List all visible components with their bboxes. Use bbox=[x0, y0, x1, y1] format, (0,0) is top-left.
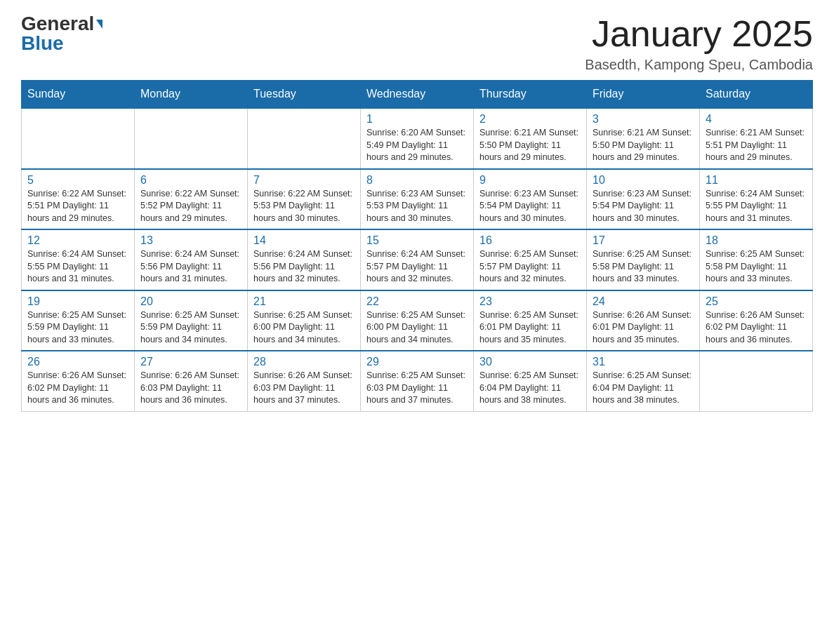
day-number: 23 bbox=[479, 295, 581, 308]
day-info: Sunrise: 6:24 AM Sunset: 5:55 PM Dayligh… bbox=[706, 188, 807, 225]
calendar-cell bbox=[22, 108, 135, 169]
day-info: Sunrise: 6:24 AM Sunset: 5:55 PM Dayligh… bbox=[27, 248, 128, 286]
day-info: Sunrise: 6:26 AM Sunset: 6:02 PM Dayligh… bbox=[706, 309, 807, 347]
calendar-cell: 1Sunrise: 6:20 AM Sunset: 5:49 PM Daylig… bbox=[361, 108, 474, 169]
calendar-cell: 22Sunrise: 6:25 AM Sunset: 6:00 PM Dayli… bbox=[361, 290, 474, 351]
day-info: Sunrise: 6:22 AM Sunset: 5:51 PM Dayligh… bbox=[27, 188, 128, 225]
calendar-cell: 20Sunrise: 6:25 AM Sunset: 5:59 PM Dayli… bbox=[135, 290, 248, 351]
day-info: Sunrise: 6:25 AM Sunset: 5:59 PM Dayligh… bbox=[140, 309, 241, 347]
day-info: Sunrise: 6:24 AM Sunset: 5:57 PM Dayligh… bbox=[366, 248, 468, 286]
day-number: 26 bbox=[27, 356, 128, 368]
day-info: Sunrise: 6:23 AM Sunset: 5:54 PM Dayligh… bbox=[593, 188, 694, 225]
calendar-week-5: 26Sunrise: 6:26 AM Sunset: 6:02 PM Dayli… bbox=[22, 351, 813, 411]
day-info: Sunrise: 6:21 AM Sunset: 5:50 PM Dayligh… bbox=[479, 127, 581, 164]
calendar-cell: 10Sunrise: 6:23 AM Sunset: 5:54 PM Dayli… bbox=[587, 169, 700, 230]
calendar-cell: 6Sunrise: 6:22 AM Sunset: 5:52 PM Daylig… bbox=[135, 169, 248, 230]
day-number: 4 bbox=[706, 113, 807, 126]
day-number: 15 bbox=[366, 234, 468, 247]
calendar-cell: 19Sunrise: 6:25 AM Sunset: 5:59 PM Dayli… bbox=[22, 290, 135, 351]
day-info: Sunrise: 6:23 AM Sunset: 5:53 PM Dayligh… bbox=[366, 188, 468, 225]
day-info: Sunrise: 6:25 AM Sunset: 6:04 PM Dayligh… bbox=[479, 370, 581, 407]
day-number: 11 bbox=[706, 174, 807, 187]
day-number: 24 bbox=[593, 295, 694, 308]
day-number: 3 bbox=[593, 113, 694, 126]
day-info: Sunrise: 6:26 AM Sunset: 6:02 PM Dayligh… bbox=[27, 370, 128, 407]
day-number: 2 bbox=[479, 113, 581, 126]
title-section: January 2025 Basedth, Kampong Speu, Camb… bbox=[585, 14, 813, 73]
day-number: 16 bbox=[479, 234, 581, 247]
calendar-week-1: 1Sunrise: 6:20 AM Sunset: 5:49 PM Daylig… bbox=[22, 108, 813, 169]
day-of-week-tuesday: Tuesday bbox=[248, 81, 361, 109]
day-number: 30 bbox=[479, 356, 581, 368]
day-number: 20 bbox=[140, 295, 241, 308]
day-info: Sunrise: 6:25 AM Sunset: 6:00 PM Dayligh… bbox=[253, 309, 355, 347]
day-info: Sunrise: 6:25 AM Sunset: 5:58 PM Dayligh… bbox=[706, 248, 807, 286]
calendar-cell: 13Sunrise: 6:24 AM Sunset: 5:56 PM Dayli… bbox=[135, 229, 248, 290]
calendar-header-row: SundayMondayTuesdayWednesdayThursdayFrid… bbox=[22, 81, 813, 109]
calendar-cell bbox=[248, 108, 361, 169]
day-number: 10 bbox=[593, 174, 694, 187]
calendar-week-2: 5Sunrise: 6:22 AM Sunset: 5:51 PM Daylig… bbox=[22, 169, 813, 230]
day-info: Sunrise: 6:26 AM Sunset: 6:01 PM Dayligh… bbox=[593, 309, 694, 347]
day-info: Sunrise: 6:24 AM Sunset: 5:56 PM Dayligh… bbox=[253, 248, 355, 286]
calendar-cell: 27Sunrise: 6:26 AM Sunset: 6:03 PM Dayli… bbox=[135, 351, 248, 411]
calendar-cell: 11Sunrise: 6:24 AM Sunset: 5:55 PM Dayli… bbox=[700, 169, 813, 230]
day-of-week-friday: Friday bbox=[587, 81, 700, 109]
calendar-cell: 26Sunrise: 6:26 AM Sunset: 6:02 PM Dayli… bbox=[22, 351, 135, 411]
day-number: 9 bbox=[479, 174, 581, 187]
day-number: 1 bbox=[366, 113, 468, 126]
calendar-cell: 31Sunrise: 6:25 AM Sunset: 6:04 PM Dayli… bbox=[587, 351, 700, 411]
day-of-week-wednesday: Wednesday bbox=[361, 81, 474, 109]
day-info: Sunrise: 6:25 AM Sunset: 5:58 PM Dayligh… bbox=[593, 248, 694, 286]
calendar-table: SundayMondayTuesdayWednesdayThursdayFrid… bbox=[21, 80, 813, 412]
calendar-cell: 16Sunrise: 6:25 AM Sunset: 5:57 PM Dayli… bbox=[474, 229, 587, 290]
day-info: Sunrise: 6:21 AM Sunset: 5:51 PM Dayligh… bbox=[706, 127, 807, 164]
day-info: Sunrise: 6:25 AM Sunset: 6:03 PM Dayligh… bbox=[366, 370, 468, 407]
calendar-cell: 30Sunrise: 6:25 AM Sunset: 6:04 PM Dayli… bbox=[474, 351, 587, 411]
day-number: 29 bbox=[366, 356, 468, 368]
day-number: 18 bbox=[706, 234, 807, 247]
calendar-cell: 3Sunrise: 6:21 AM Sunset: 5:50 PM Daylig… bbox=[587, 108, 700, 169]
logo-triangle-icon bbox=[96, 20, 102, 29]
calendar-cell: 15Sunrise: 6:24 AM Sunset: 5:57 PM Dayli… bbox=[361, 229, 474, 290]
day-info: Sunrise: 6:25 AM Sunset: 5:59 PM Dayligh… bbox=[27, 309, 128, 347]
calendar-cell: 2Sunrise: 6:21 AM Sunset: 5:50 PM Daylig… bbox=[474, 108, 587, 169]
calendar-cell: 8Sunrise: 6:23 AM Sunset: 5:53 PM Daylig… bbox=[361, 169, 474, 230]
calendar-cell bbox=[135, 108, 248, 169]
calendar-cell: 23Sunrise: 6:25 AM Sunset: 6:01 PM Dayli… bbox=[474, 290, 587, 351]
day-number: 6 bbox=[140, 174, 241, 187]
logo-blue-text: Blue bbox=[21, 34, 64, 53]
day-info: Sunrise: 6:26 AM Sunset: 6:03 PM Dayligh… bbox=[140, 370, 241, 407]
calendar-cell: 24Sunrise: 6:26 AM Sunset: 6:01 PM Dayli… bbox=[587, 290, 700, 351]
day-of-week-thursday: Thursday bbox=[474, 81, 587, 109]
day-of-week-monday: Monday bbox=[135, 81, 248, 109]
day-number: 12 bbox=[27, 234, 128, 247]
calendar-cell: 14Sunrise: 6:24 AM Sunset: 5:56 PM Dayli… bbox=[248, 229, 361, 290]
logo: General Blue bbox=[21, 14, 102, 53]
day-info: Sunrise: 6:25 AM Sunset: 5:57 PM Dayligh… bbox=[479, 248, 581, 286]
location-subtitle: Basedth, Kampong Speu, Cambodia bbox=[585, 57, 813, 73]
day-number: 14 bbox=[253, 234, 355, 247]
calendar-week-4: 19Sunrise: 6:25 AM Sunset: 5:59 PM Dayli… bbox=[22, 290, 813, 351]
calendar-cell: 29Sunrise: 6:25 AM Sunset: 6:03 PM Dayli… bbox=[361, 351, 474, 411]
calendar-cell: 12Sunrise: 6:24 AM Sunset: 5:55 PM Dayli… bbox=[22, 229, 135, 290]
day-info: Sunrise: 6:25 AM Sunset: 6:04 PM Dayligh… bbox=[593, 370, 694, 407]
day-info: Sunrise: 6:21 AM Sunset: 5:50 PM Dayligh… bbox=[593, 127, 694, 164]
day-info: Sunrise: 6:26 AM Sunset: 6:03 PM Dayligh… bbox=[253, 370, 355, 407]
calendar-cell: 17Sunrise: 6:25 AM Sunset: 5:58 PM Dayli… bbox=[587, 229, 700, 290]
logo-general-text: General bbox=[21, 14, 94, 34]
calendar-cell: 25Sunrise: 6:26 AM Sunset: 6:02 PM Dayli… bbox=[700, 290, 813, 351]
calendar-cell: 18Sunrise: 6:25 AM Sunset: 5:58 PM Dayli… bbox=[700, 229, 813, 290]
day-number: 22 bbox=[366, 295, 468, 308]
day-number: 27 bbox=[140, 356, 241, 368]
calendar-cell: 28Sunrise: 6:26 AM Sunset: 6:03 PM Dayli… bbox=[248, 351, 361, 411]
day-number: 13 bbox=[140, 234, 241, 247]
calendar-cell: 4Sunrise: 6:21 AM Sunset: 5:51 PM Daylig… bbox=[700, 108, 813, 169]
day-number: 19 bbox=[27, 295, 128, 308]
calendar-cell: 5Sunrise: 6:22 AM Sunset: 5:51 PM Daylig… bbox=[22, 169, 135, 230]
day-number: 31 bbox=[593, 356, 694, 368]
day-info: Sunrise: 6:20 AM Sunset: 5:49 PM Dayligh… bbox=[366, 127, 468, 164]
calendar-cell: 21Sunrise: 6:25 AM Sunset: 6:00 PM Dayli… bbox=[248, 290, 361, 351]
day-of-week-sunday: Sunday bbox=[22, 81, 135, 109]
day-of-week-saturday: Saturday bbox=[700, 81, 813, 109]
